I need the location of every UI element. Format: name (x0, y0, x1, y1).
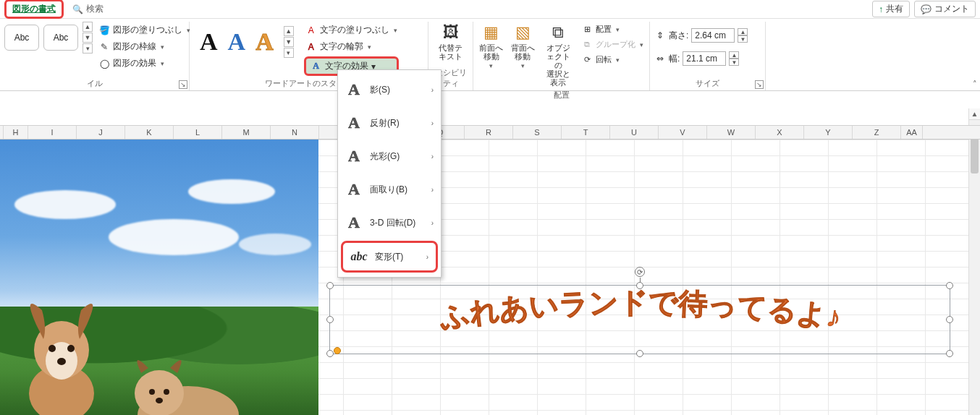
wa-gallery-more-icon[interactable]: ▾ (284, 48, 294, 58)
alt-text-label: 代替テ キスト (439, 43, 462, 61)
menu-transform-label: 変形(T) (375, 251, 419, 263)
width-icon: ⇔ (654, 54, 666, 64)
send-backward-label: 背面へ 移動 (511, 43, 535, 61)
share-icon: ↑ (879, 4, 883, 14)
submenu-arrow-icon: › (426, 253, 428, 261)
col-y[interactable]: Y (804, 126, 853, 139)
width-input[interactable]: 21.1 cm (683, 51, 726, 66)
transform-icon: abc (350, 250, 368, 263)
col-i[interactable]: I (28, 126, 77, 139)
shape-style-preview-1[interactable]: Abc (4, 25, 39, 51)
wordart-style-2[interactable]: A (228, 30, 246, 54)
text-effects-icon: A (311, 61, 322, 72)
col-k[interactable]: K (125, 126, 174, 139)
vertical-scrollbar[interactable]: ▲ (968, 108, 980, 415)
shape-styles-group-label: イル (4, 77, 185, 90)
text-outline-button[interactable]: A 文字の輪郭▾ (304, 40, 399, 54)
menu-glow[interactable]: A 光彩(G) › (338, 140, 441, 173)
col-z[interactable]: Z (853, 126, 901, 139)
wordart-style-1[interactable]: A (200, 30, 218, 54)
dog-image-1 (7, 270, 116, 415)
text-fill-button[interactable]: A 文字の塗りつぶし▾ (304, 23, 399, 37)
col-l[interactable]: L (174, 126, 222, 139)
share-button[interactable]: ↑ 共有 (872, 1, 910, 17)
menu-transform[interactable]: abc 変形(T) › (341, 241, 438, 273)
col-r[interactable]: R (465, 126, 513, 139)
comment-label: コメント (934, 3, 969, 15)
wa-gallery-down-icon[interactable]: ▼ (284, 37, 294, 47)
menu-glow-label: 光彩(G) (370, 150, 424, 163)
menu-bevel[interactable]: A 面取り(B) › (338, 173, 441, 206)
col-j[interactable]: J (77, 126, 125, 139)
col-w[interactable]: W (707, 126, 756, 139)
gallery-up-icon[interactable]: ▲ (83, 22, 93, 32)
scroll-up-icon[interactable]: ▲ (969, 108, 980, 120)
gallery-more-icon[interactable]: ▾ (83, 43, 93, 54)
size-group-label: サイズ (654, 77, 761, 90)
submenu-arrow-icon: › (431, 186, 434, 194)
wordart-object[interactable]: ⟳ ふれあいランドで待ってるよ♪ (329, 285, 950, 354)
inserted-picture[interactable] (0, 140, 318, 415)
comment-icon: 💬 (921, 4, 932, 14)
width-down-icon[interactable]: ▼ (729, 59, 739, 66)
bucket-icon: 🪣 (98, 25, 110, 35)
col-h[interactable]: H (4, 126, 28, 139)
tab-shape-format[interactable]: 図形の書式 (4, 0, 64, 19)
col-x[interactable]: X (756, 126, 804, 139)
shape-effects-button[interactable]: ◯ 図形の効果▾ (97, 56, 192, 70)
shape-styles-dialog-launcher[interactable]: ↘ (179, 80, 187, 89)
send-backward-button[interactable]: ▧ 背面へ 移動▾ (510, 22, 537, 71)
menu-reflection[interactable]: A 反射(R) › (338, 106, 441, 140)
shape-outline-button[interactable]: ✎ 図形の枠線▾ (97, 40, 192, 54)
text-effects-menu: A 影(S) › A 反射(R) › A 光彩(G) › A 面取り(B) › … (337, 69, 442, 278)
height-down-icon[interactable]: ▼ (738, 35, 748, 43)
send-backward-icon: ▧ (515, 23, 531, 42)
collapse-ribbon-icon[interactable]: ˄ (973, 80, 977, 89)
col-n[interactable]: N (271, 126, 319, 139)
svg-point-10 (156, 398, 163, 403)
col-m[interactable]: M (222, 126, 271, 139)
menu-bevel-label: 面取り(B) (370, 184, 424, 196)
group-btn-label: グループ化 (596, 39, 635, 50)
align-button[interactable]: ⊞ 配置▾ (580, 23, 645, 35)
col-v[interactable]: V (659, 126, 707, 139)
shape-style-preview-2[interactable]: Abc (43, 25, 78, 51)
rotate-button[interactable]: ⟳ 回転▾ (580, 54, 645, 66)
height-up-icon[interactable]: ▲ (738, 28, 748, 35)
bring-forward-button[interactable]: ▦ 前面へ 移動▾ (478, 22, 505, 71)
menu-3d-rotation[interactable]: A 3-D 回転(D) › (338, 206, 441, 239)
selection-pane-button[interactable]: ⧉ オブジェクトの 選択と表示 (541, 22, 575, 88)
shape-fill-button[interactable]: 🪣 図形の塗りつぶし▾ (97, 23, 192, 37)
search-box[interactable]: 🔍 検索 (72, 3, 104, 15)
text-outline-icon: A (305, 42, 317, 52)
shape-fill-label: 図形の塗りつぶし (113, 24, 182, 36)
align-label: 配置 (596, 24, 612, 35)
wordart-style-3[interactable]: A (255, 30, 274, 54)
text-outline-label: 文字の輪郭 (320, 40, 363, 53)
width-up-icon[interactable]: ▲ (729, 51, 739, 59)
svg-point-5 (57, 358, 66, 365)
worksheet-grid[interactable]: ⟳ ふれあいランドで待ってるよ♪ (0, 140, 980, 415)
svg-point-8 (149, 389, 155, 395)
search-icon: 🔍 (72, 4, 83, 14)
group-icon: ⧉ (581, 40, 593, 49)
search-placeholder: 検索 (86, 3, 104, 15)
wordart-text: ふれあいランドで待ってるよ♪ (330, 287, 950, 359)
menu-shadow[interactable]: A 影(S) › (338, 73, 441, 106)
rotate-label: 回転 (596, 54, 612, 65)
col-t[interactable]: T (562, 126, 610, 139)
bring-forward-icon: ▦ (483, 23, 499, 42)
alt-text-button[interactable]: 🖼 代替テ キスト (433, 22, 468, 62)
rotation3d-icon: A (345, 213, 363, 232)
align-icon: ⊞ (581, 25, 593, 34)
gallery-down-icon[interactable]: ▼ (83, 33, 93, 43)
col-s[interactable]: S (513, 126, 562, 139)
col-aa[interactable]: AA (901, 126, 923, 139)
rotate-handle-icon[interactable]: ⟳ (635, 267, 645, 277)
height-input[interactable]: 2.64 cm (691, 28, 735, 43)
col-u[interactable]: U (610, 126, 659, 139)
comment-button[interactable]: 💬 コメント (914, 1, 976, 17)
wa-gallery-up-icon[interactable]: ▲ (284, 26, 294, 36)
size-dialog-launcher[interactable]: ↘ (755, 80, 764, 89)
effects-icon: ◯ (98, 59, 110, 69)
